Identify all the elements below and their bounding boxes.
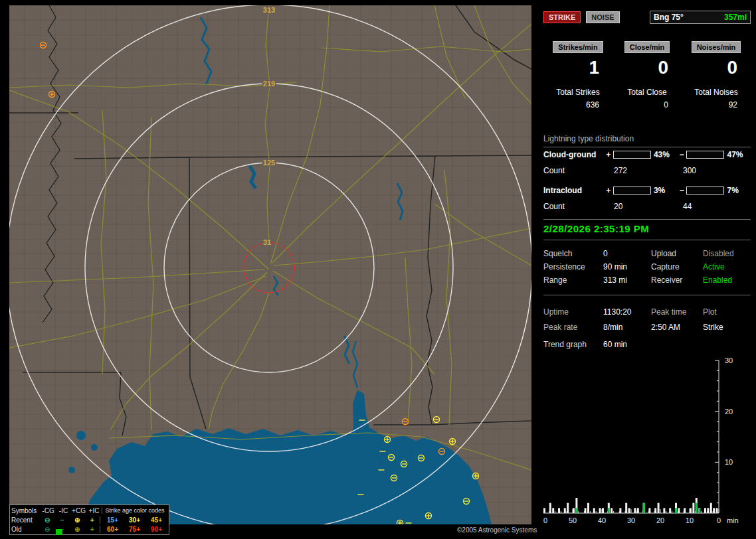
- close-per-min-chip[interactable]: Close/min: [624, 41, 670, 53]
- upload-status: Disabled: [703, 249, 751, 258]
- age-code-15: 15+: [102, 516, 124, 524]
- status-panel: STRIKE NOISE Bng 75° 357mi Strikes/min C…: [539, 0, 756, 539]
- legend-recent-label: Recent: [11, 516, 40, 524]
- strikes-per-min-chip[interactable]: Strikes/min: [553, 41, 603, 53]
- ic-minus-sign: −: [677, 186, 686, 195]
- total-strikes-label: Total Strikes: [543, 88, 613, 97]
- intracloud-label: Intracloud: [543, 186, 604, 195]
- capture-label: Capture: [651, 262, 703, 271]
- settings-row: Squelch 0 Upload Disabled: [543, 247, 751, 260]
- total-close-label: Total Close: [613, 88, 682, 97]
- uptime-value: 1130:20: [603, 307, 651, 317]
- range-value: 313 mi: [603, 275, 651, 285]
- legend-col-pos-cg: +CG: [71, 507, 86, 514]
- trend-window-value: 60 min: [603, 340, 751, 349]
- legend-old-row: Old ⊖ − ⊕ + 60+ 75+ 90+: [11, 524, 167, 534]
- ic-count-label: Count: [543, 202, 614, 211]
- map-area[interactable]: 313 219 125 31: [9, 5, 531, 524]
- total-noises-value: 92: [682, 100, 751, 110]
- ic-plus-bar: [613, 187, 651, 194]
- uptime-label: Uptime: [543, 307, 603, 317]
- copyright-text: ©2005 Astrogenic Systems: [457, 526, 537, 534]
- cloud-ground-label: Cloud-ground: [543, 150, 604, 159]
- range-label-125: 125: [263, 159, 275, 167]
- indicator-row: STRIKE NOISE Bng 75° 357mi: [543, 11, 751, 24]
- recent-neg-ic-icon: −: [55, 516, 70, 524]
- svg-text:30: 30: [725, 356, 733, 364]
- app-window: 313 219 125 31 Symbols -CG -IC +CG +IC S…: [0, 0, 756, 539]
- recent-pos-ic-icon: +: [85, 516, 100, 524]
- intracloud-row: Intracloud + 3% − 7%: [543, 186, 751, 195]
- svg-text:30: 30: [627, 516, 635, 524]
- cg-minus-pct: 47%: [727, 150, 751, 159]
- cloud-ground-count-row: Count 272 300: [543, 166, 751, 175]
- noise-indicator-button[interactable]: NOISE: [586, 11, 619, 23]
- svg-text:50: 50: [569, 516, 577, 524]
- strike-indicator-button[interactable]: STRIKE: [543, 11, 581, 23]
- squelch-label: Squelch: [543, 249, 603, 258]
- svg-text:10: 10: [686, 516, 694, 524]
- peak-time-value: 2:50 AM: [651, 323, 703, 332]
- total-strikes-value: 636: [543, 100, 613, 110]
- map-legend: Symbols -CG -IC +CG +IC Strike age color…: [9, 504, 169, 535]
- peak-rate-label: Peak rate: [543, 323, 603, 332]
- peak-time-label: Peak time: [651, 307, 703, 317]
- receiver-label: Receiver: [651, 275, 703, 285]
- age-code-90: 90+: [145, 526, 167, 533]
- bearing-label: Bng 75°: [654, 13, 684, 22]
- legend-age-header: Strike age color codes: [102, 507, 167, 514]
- total-close-value: 0: [613, 100, 682, 110]
- plot-label: Plot: [703, 307, 751, 317]
- noises-per-min-value: 0: [682, 57, 751, 78]
- noises-per-min-chip[interactable]: Noises/min: [692, 41, 741, 53]
- stats-row: Peak rate 8/min 2:50 AM Strike: [543, 319, 751, 335]
- close-per-min-value: 0: [613, 57, 682, 78]
- old-pos-cg-icon: ⊕: [70, 526, 85, 533]
- settings-section: Squelch 0 Upload Disabled Persistence 90…: [543, 247, 751, 287]
- ic-minus-pct: 7%: [727, 186, 751, 195]
- activity-indicator: [56, 529, 62, 535]
- stats-row: Uptime 1130:20 Peak time Plot: [543, 304, 751, 319]
- legend-symbols-header: Symbols: [11, 507, 41, 514]
- svg-text:0: 0: [717, 516, 721, 524]
- settings-row: Persistence 90 min Capture Active: [543, 260, 751, 273]
- persistence-value: 90 min: [603, 262, 651, 271]
- ic-minus-bar: [686, 187, 724, 194]
- cg-minus-sign: −: [677, 150, 686, 159]
- squelch-value: 0: [603, 249, 651, 258]
- recent-neg-cg-icon: ⊖: [40, 516, 55, 524]
- rates-section: Strikes/min Close/min Noises/min 1 0 0 T…: [543, 41, 751, 110]
- cg-minus-bar: [686, 151, 724, 159]
- legend-col-pos-ic: +IC: [86, 507, 102, 514]
- cg-plus-bar: [613, 151, 651, 159]
- distribution-title: Lightning type distribution: [543, 134, 751, 147]
- old-pos-ic-icon: +: [85, 526, 100, 533]
- total-noises-label: Total Noises: [682, 88, 751, 97]
- strikes-per-min-value: 1: [543, 57, 613, 78]
- svg-text:min: min: [727, 516, 739, 524]
- plot-value: Strike: [703, 323, 751, 332]
- svg-text:40: 40: [598, 516, 606, 524]
- settings-row: Range 313 mi Receiver Enabled: [543, 273, 751, 287]
- age-code-75: 75+: [124, 526, 145, 533]
- separator: [543, 240, 751, 240]
- ic-plus-count: 20: [614, 202, 683, 211]
- receiver-status: Enabled: [703, 275, 751, 285]
- age-code-45: 45+: [145, 516, 167, 524]
- age-code-60: 60+: [102, 526, 124, 533]
- trend-graph-canvas: 3020106050403020100min: [543, 356, 751, 538]
- svg-text:20: 20: [725, 408, 733, 416]
- map-canvas[interactable]: 313 219 125 31: [9, 5, 531, 524]
- cloud-ground-row: Cloud-ground + 43% − 47%: [543, 150, 751, 159]
- cg-plus-sign: +: [604, 150, 613, 159]
- trend-graph-label: Trend graph: [543, 340, 603, 349]
- cg-plus-pct: 43%: [654, 150, 678, 159]
- legend-header-row: Symbols -CG -IC +CG +IC Strike age color…: [11, 506, 167, 515]
- old-neg-cg-icon: ⊖: [40, 526, 55, 533]
- ic-minus-count: 44: [683, 202, 751, 211]
- bearing-range: 357mi: [724, 13, 747, 22]
- svg-text:60: 60: [543, 516, 547, 524]
- svg-text:20: 20: [656, 516, 664, 524]
- cg-count-label: Count: [543, 166, 614, 175]
- persistence-label: Persistence: [543, 262, 603, 271]
